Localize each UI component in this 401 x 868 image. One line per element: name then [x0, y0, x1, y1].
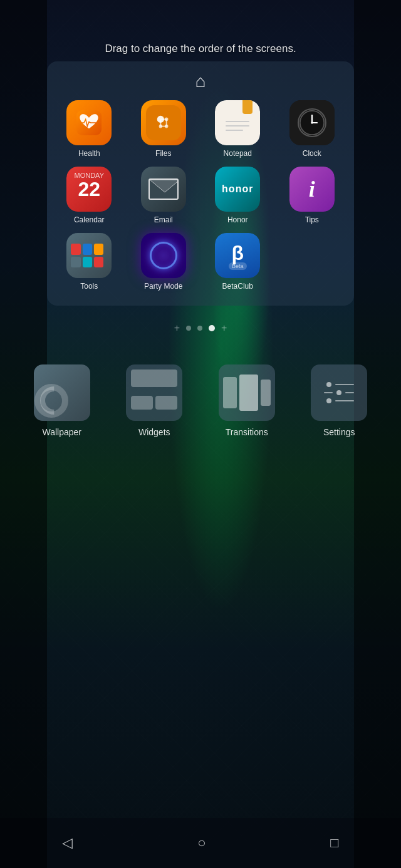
app-item-tips[interactable]: i Tips: [278, 167, 347, 224]
transitions-icon-box: [219, 364, 275, 421]
app-grid-card: ⌂: [47, 61, 354, 306]
settings-label: Settings: [323, 427, 355, 437]
bottom-options-row: Wallpaper Widgets Transiti: [19, 364, 382, 437]
settings-icon-box: [311, 364, 367, 421]
app-label-tips: Tips: [305, 215, 319, 224]
wallpaper-icon-box: [34, 364, 90, 421]
app-item-honor[interactable]: honor Honor: [203, 167, 273, 224]
app-item-betaclub[interactable]: β Beta BetaClub: [203, 233, 273, 291]
app-item-notepad[interactable]: Notepad: [203, 100, 273, 158]
app-item-email[interactable]: Email: [129, 167, 199, 224]
app-item-calendar[interactable]: Monday 22 Calendar: [55, 167, 124, 224]
app-label-notepad: Notepad: [224, 149, 252, 158]
page-dot-1[interactable]: [186, 326, 191, 331]
app-item-clock[interactable]: Clock: [278, 100, 347, 158]
calendar-day: 22: [78, 179, 100, 199]
bottom-item-transitions[interactable]: Transitions: [204, 364, 290, 437]
instruction-text: Drag to change the order of the screens.: [105, 43, 296, 55]
app-label-honor: Honor: [227, 215, 248, 224]
app-label-files: Files: [155, 149, 171, 158]
app-item-partymode[interactable]: Party Mode: [129, 233, 199, 291]
widgets-label: Widgets: [138, 427, 170, 437]
svg-point-18: [38, 387, 65, 415]
app-label-health: Health: [78, 149, 100, 158]
page-indicators: + +: [174, 323, 227, 333]
honor-text: honor: [222, 183, 253, 195]
app-label-partymode: Party Mode: [144, 282, 182, 291]
app-item-files[interactable]: Files: [129, 100, 199, 158]
app-item-health[interactable]: Health: [55, 100, 124, 158]
app-label-calendar: Calendar: [74, 215, 105, 224]
page-dot-3-active[interactable]: [209, 325, 215, 331]
app-grid: Health: [55, 100, 346, 291]
tips-icon: i: [309, 176, 315, 202]
app-item-tools[interactable]: Tools: [55, 233, 124, 291]
page-dot-2[interactable]: [197, 326, 202, 331]
app-label-clock: Clock: [303, 149, 321, 158]
app-label-email: Email: [154, 215, 173, 224]
app-label-tools: Tools: [80, 282, 98, 291]
bottom-item-widgets[interactable]: Widgets: [112, 364, 198, 437]
app-label-betaclub: BetaClub: [222, 282, 253, 291]
dot-plus-left: +: [174, 323, 180, 333]
wallpaper-label: Wallpaper: [42, 427, 81, 437]
home-icon: ⌂: [195, 71, 206, 91]
dot-plus-right: +: [221, 323, 227, 333]
beta-tag: Beta: [229, 262, 247, 270]
svg-point-13: [311, 121, 313, 124]
bottom-item-wallpaper[interactable]: Wallpaper: [19, 364, 105, 437]
bottom-item-settings[interactable]: Settings: [296, 364, 383, 437]
widgets-icon-box: [126, 364, 182, 421]
beta-b-letter: β: [231, 242, 244, 265]
transitions-label: Transitions: [226, 427, 268, 437]
svg-rect-1: [146, 105, 181, 140]
